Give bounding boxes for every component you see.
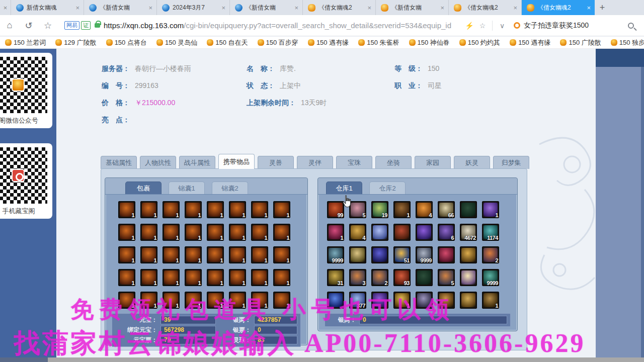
item-cell[interactable]: 1 — [118, 292, 135, 309]
item-cell[interactable]: 1 — [140, 246, 157, 263]
url-field[interactable]: 网易 证 https://xqn.cbg.163.com/cgi-bin/equ… — [60, 18, 463, 33]
item-cell[interactable] — [416, 269, 433, 286]
new-tab-button[interactable]: + — [595, 0, 610, 15]
item-cell[interactable]: 1 — [229, 224, 246, 241]
item-cell[interactable]: 51 — [393, 246, 411, 263]
item-cell[interactable]: 4672 — [460, 224, 477, 241]
bookmark-star-icon[interactable]: ☆ — [38, 20, 57, 31]
bookmark-item[interactable]: 150 点将台 — [106, 38, 147, 47]
detail-tab[interactable]: 基础属性 — [101, 156, 137, 169]
item-cell[interactable]: 1 — [185, 292, 202, 309]
item-cell[interactable]: 1 — [118, 269, 135, 286]
browser-tab[interactable]: 《新倩女幽× — [230, 0, 303, 15]
item-cell[interactable]: 9999 — [327, 246, 344, 263]
item-cell[interactable]: 1 — [140, 269, 157, 286]
item-cell[interactable]: 1 — [118, 224, 135, 241]
detail-tab[interactable]: 战斗属性 — [179, 156, 215, 169]
tab-close-icon[interactable]: × — [586, 4, 592, 12]
detail-tab[interactable]: 宝珠 — [336, 156, 372, 169]
item-cell[interactable]: 1 — [118, 246, 135, 263]
item-cell[interactable]: 1 — [482, 292, 499, 309]
tab-close-icon[interactable]: × — [0, 0, 11, 15]
bookmark-item[interactable]: 150 广陵散 — [560, 38, 601, 47]
bookmark-item[interactable]: 150 朱雀桥 — [358, 38, 399, 47]
browser-tab[interactable]: 2024年3月7× — [157, 0, 230, 15]
item-cell[interactable]: 1 — [163, 246, 180, 263]
item-cell[interactable]: 1 — [482, 201, 499, 218]
item-cell[interactable]: 1 — [185, 201, 202, 218]
item-cell[interactable] — [371, 246, 388, 263]
bookmark-item[interactable]: 129 广陵散 — [55, 38, 96, 47]
item-cell[interactable] — [460, 269, 477, 286]
refresh-icon[interactable]: ↺ — [19, 20, 38, 31]
browser-tab[interactable]: 新倩女幽魂× — [11, 0, 84, 15]
item-cell[interactable]: 93 — [393, 269, 411, 286]
tab-close-icon[interactable]: × — [366, 4, 372, 12]
item-cell[interactable]: 1 — [327, 224, 344, 241]
item-cell[interactable]: 1 — [273, 292, 290, 309]
item-cell[interactable]: 1 — [185, 246, 202, 263]
item-cell[interactable]: 1 — [273, 201, 290, 218]
item-cell[interactable]: 1 — [185, 224, 202, 241]
bookmark-item[interactable]: 150 灼灼其 — [459, 38, 500, 47]
item-cell[interactable]: 31 — [327, 269, 344, 286]
item-cell[interactable] — [416, 292, 433, 309]
item-cell[interactable] — [416, 224, 433, 241]
item-cell[interactable]: 1 — [273, 246, 290, 263]
bookmark-item[interactable]: 150 兰若词 — [5, 38, 46, 47]
item-cell[interactable]: 377 — [349, 292, 366, 309]
item-cell[interactable]: 1 — [185, 269, 202, 286]
item-cell[interactable]: 1174 — [482, 224, 499, 241]
tab-close-icon[interactable]: × — [147, 4, 153, 12]
tab-close-icon[interactable]: × — [439, 4, 445, 12]
bookmark-item[interactable]: 150 神仙眷 — [409, 38, 450, 47]
item-cell[interactable]: 1 — [229, 292, 246, 309]
item-cell[interactable] — [327, 292, 344, 309]
item-cell[interactable]: 9999 — [482, 269, 499, 286]
item-cell[interactable]: 1 — [273, 224, 290, 241]
browser-tab[interactable]: 《倩女幽魂2× — [303, 0, 376, 15]
bookmark-item[interactable]: 150 遇有缘 — [308, 38, 349, 47]
bookmark-item[interactable]: 150 独步天 — [611, 38, 644, 47]
item-cell[interactable]: 1 — [207, 201, 224, 218]
item-cell[interactable]: 2 — [371, 269, 388, 286]
subpanel-tab[interactable]: 锦囊1 — [169, 182, 205, 194]
item-cell[interactable] — [460, 201, 477, 218]
item-cell[interactable]: 1 — [273, 269, 290, 286]
search-input[interactable]: 女子拍违章获奖1500 — [509, 18, 644, 33]
item-cell[interactable]: 2 — [482, 246, 499, 263]
item-cell[interactable]: 1 — [229, 246, 246, 263]
detail-tab[interactable]: 人物抗性 — [140, 156, 176, 169]
item-cell[interactable] — [371, 292, 388, 309]
item-cell[interactable]: 1 — [163, 201, 180, 218]
tab-close-icon[interactable]: × — [220, 4, 226, 12]
item-cell[interactable]: 1 — [229, 269, 246, 286]
bookmark-item[interactable]: 150 百步穿 — [258, 38, 298, 47]
subpanel-tab[interactable]: 包裹 — [125, 182, 162, 194]
item-cell[interactable]: 1 — [251, 224, 268, 241]
search-icon[interactable] — [628, 23, 634, 29]
lightning-icon[interactable]: ⚡ — [463, 22, 476, 30]
subpanel-tab[interactable]: 仓库2 — [369, 182, 406, 194]
item-cell[interactable] — [371, 224, 388, 241]
detail-tab[interactable]: 家园 — [415, 156, 451, 169]
item-cell[interactable]: 5 — [438, 269, 455, 286]
item-cell[interactable]: 19 — [371, 201, 388, 218]
item-cell[interactable]: 1 — [207, 269, 224, 286]
item-cell[interactable]: 1 — [207, 246, 224, 263]
item-cell[interactable]: 1 — [140, 201, 157, 218]
item-cell[interactable]: 1 — [251, 201, 268, 218]
item-cell[interactable]: 1 — [163, 292, 180, 309]
detail-tab[interactable]: 携带物品 — [218, 154, 255, 169]
item-cell[interactable]: 9999 — [416, 246, 433, 263]
tab-close-icon[interactable]: × — [293, 4, 299, 12]
item-cell[interactable]: 6 — [438, 224, 455, 241]
item-cell[interactable]: 1 — [251, 292, 268, 309]
item-cell[interactable] — [460, 246, 477, 263]
item-cell[interactable]: 1 — [163, 224, 180, 241]
item-cell[interactable] — [393, 224, 411, 241]
item-cell[interactable]: 1 — [393, 292, 411, 309]
item-cell[interactable] — [438, 246, 455, 263]
home-icon[interactable]: ⌂ — [0, 20, 19, 31]
bookmark-item[interactable]: 150 自在天 — [207, 38, 248, 47]
